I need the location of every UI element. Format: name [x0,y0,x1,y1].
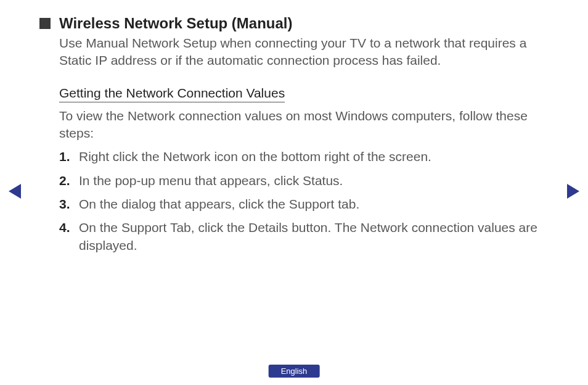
section-intro: To view the Network connection values on… [59,107,540,143]
section-subheading: Getting the Network Connection Values [59,86,285,102]
step-text: On the Support Tab, click the Details bu… [79,219,540,254]
step-text: Right click the Network icon on the bott… [79,148,540,165]
prev-page-arrow-icon[interactable] [9,184,21,199]
steps-list: 1. Right click the Network icon on the b… [59,148,540,254]
step-number: 2. [59,172,79,189]
heading-row: Wireless Network Setup (Manual) [39,15,540,32]
bullet-square-icon [39,18,51,29]
list-item: 2. In the pop-up menu that appears, clic… [59,172,540,189]
step-number: 1. [59,148,79,165]
step-text: On the dialog that appears, click the Su… [79,196,540,213]
step-text: In the pop-up menu that appears, click S… [79,172,540,189]
page-title: Wireless Network Setup (Manual) [59,15,293,32]
list-item: 1. Right click the Network icon on the b… [59,148,540,165]
step-number: 4. [59,219,79,236]
document-page: Wireless Network Setup (Manual) Use Manu… [0,0,588,254]
next-page-arrow-icon[interactable] [567,184,579,199]
language-badge: English [269,365,320,378]
list-item: 4. On the Support Tab, click the Details… [59,219,540,254]
list-item: 3. On the dialog that appears, click the… [59,196,540,213]
intro-paragraph: Use Manual Network Setup when connecting… [59,35,540,70]
step-number: 3. [59,196,79,213]
